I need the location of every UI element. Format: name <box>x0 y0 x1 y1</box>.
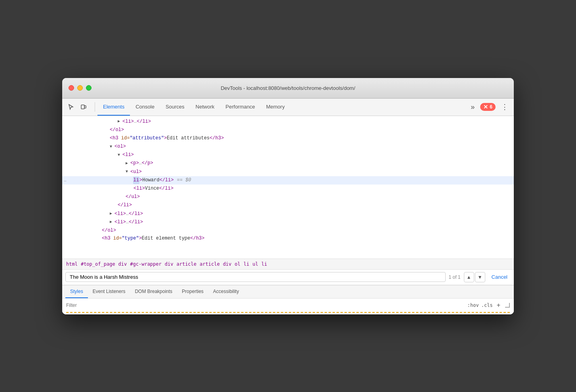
titlebar: DevTools - localhost:8080/web/tools/chro… <box>62 78 514 99</box>
expand-icon[interactable]: ▶ <box>110 219 114 225</box>
tab-sources[interactable]: Sources <box>160 98 190 116</box>
resize-handle[interactable] <box>505 303 510 308</box>
search-count: 1 of 1 <box>449 274 461 280</box>
cls-label[interactable]: .cls <box>481 303 493 308</box>
toolbar-divider <box>95 102 95 112</box>
filter-input[interactable] <box>66 303 464 308</box>
dom-line[interactable]: ▶ <li>…</li> <box>62 218 514 226</box>
tab-memory[interactable]: Memory <box>261 98 290 116</box>
maximize-button[interactable] <box>86 85 92 91</box>
panel-tab-properties[interactable]: Properties <box>177 285 208 298</box>
dom-panel[interactable]: ▶ <li>…</li> </ol> <h3 id="attributes">E… <box>62 116 514 259</box>
main-content: ▶ <li>…</li> </ol> <h3 id="attributes">E… <box>62 116 514 314</box>
breadcrumb-html[interactable]: html <box>66 261 78 267</box>
breadcrumb-top-of-page[interactable]: #top_of_page <box>81 261 115 267</box>
breadcrumb-ol[interactable]: ol <box>235 261 240 267</box>
svg-rect-0 <box>81 105 84 109</box>
bottom-panel: Styles Event Listeners DOM Breakpoints P… <box>62 285 514 314</box>
error-icon: ✕ <box>483 104 488 110</box>
kebab-menu-button[interactable]: ⋮ <box>499 101 511 113</box>
panel-tab-event-listeners[interactable]: Event Listeners <box>88 285 130 298</box>
panel-tabs: Styles Event Listeners DOM Breakpoints P… <box>62 285 514 299</box>
dom-line[interactable]: </ol> <box>62 126 514 134</box>
breadcrumb-li-1[interactable]: li <box>244 261 249 267</box>
ellipsis: … <box>64 177 67 184</box>
styles-panel: :hov .cls + <box>62 299 514 312</box>
tab-console[interactable]: Console <box>130 98 160 116</box>
expand-icon[interactable]: ▶ <box>126 160 130 167</box>
collapse-icon[interactable]: ▼ <box>118 152 122 158</box>
breadcrumb-ul[interactable]: ul <box>252 261 258 267</box>
minimize-button[interactable] <box>77 85 83 91</box>
dom-line[interactable]: ▼ <ul> <box>62 168 514 176</box>
expand-icon[interactable]: ▶ <box>110 211 114 217</box>
panel-tab-dom-breakpoints[interactable]: DOM Breakpoints <box>130 285 177 298</box>
window-title: DevTools - localhost:8080/web/tools/chro… <box>221 85 355 91</box>
expand-icon[interactable]: ▶ <box>118 118 122 125</box>
breadcrumb-article-2[interactable]: article <box>200 261 220 267</box>
panel-tab-accessibility[interactable]: Accessibility <box>208 285 244 298</box>
search-cancel-button[interactable]: Cancel <box>488 272 511 282</box>
search-next-button[interactable]: ▼ <box>475 272 485 282</box>
devtools-window: DevTools - localhost:8080/web/tools/chro… <box>62 78 514 314</box>
select-element-button[interactable] <box>65 101 76 112</box>
cursor-icon <box>68 104 74 110</box>
toolbar: Elements Console Sources Network Perform… <box>62 99 514 116</box>
panel-tab-styles[interactable]: Styles <box>65 285 88 298</box>
search-navigation: ▲ ▼ <box>464 272 485 282</box>
dom-line[interactable]: ▶ <li>…</li> <box>62 118 514 126</box>
breadcrumb-bar: html #top_of_page div #gc-wrapper div ar… <box>62 259 514 270</box>
close-button[interactable] <box>69 85 74 91</box>
dom-line[interactable]: ▶ <li>…</li> <box>62 210 514 218</box>
breadcrumb-li-2[interactable]: li <box>261 261 267 267</box>
dom-line[interactable]: ▼ <li> <box>62 151 514 159</box>
dom-line[interactable]: </ol> <box>62 226 514 235</box>
collapse-icon[interactable]: ▼ <box>110 144 114 150</box>
dom-line[interactable]: ▼ <ol> <box>62 143 514 151</box>
dom-line[interactable]: </ul> <box>62 193 514 201</box>
dom-line[interactable]: ▶ <p>…</p> <box>62 159 514 167</box>
breadcrumb-gc-wrapper[interactable]: #gc-wrapper <box>130 261 161 267</box>
tab-performance[interactable]: Performance <box>220 98 260 116</box>
dom-line[interactable]: <h3 id="attributes">Edit attributes</h3> <box>62 134 514 143</box>
breadcrumb-div-2[interactable]: div <box>165 261 174 267</box>
tab-network[interactable]: Network <box>190 98 220 116</box>
main-tabs: Elements Console Sources Network Perform… <box>97 98 468 116</box>
search-input[interactable] <box>65 272 446 282</box>
more-tabs-button[interactable]: » <box>468 101 477 113</box>
device-mode-button[interactable] <box>78 101 89 112</box>
error-badge: ✕ 6 <box>480 103 496 111</box>
add-style-button[interactable]: + <box>495 302 502 309</box>
dom-line[interactable]: <li>Vince</li> <box>62 185 514 193</box>
styles-content <box>62 312 514 314</box>
dom-line[interactable]: </li> <box>62 201 514 209</box>
traffic-lights <box>69 85 92 91</box>
collapse-icon[interactable]: ▼ <box>126 169 130 175</box>
dashed-border-indicator <box>66 312 510 313</box>
styles-actions: :hov .cls + <box>467 302 502 309</box>
svg-rect-1 <box>84 106 86 108</box>
toolbar-icons <box>65 101 89 112</box>
search-prev-button[interactable]: ▲ <box>464 272 474 282</box>
tab-elements[interactable]: Elements <box>97 98 130 116</box>
breadcrumb-article-1[interactable]: article <box>176 261 196 267</box>
device-icon <box>80 104 87 110</box>
breadcrumb-div-3[interactable]: div <box>223 261 232 267</box>
breadcrumb-div-1[interactable]: div <box>118 261 127 267</box>
dom-line[interactable]: <h3 id="type">Edit element type</h3> <box>62 235 514 242</box>
dom-line-selected[interactable]: … li>Howard</li> == $0 <box>62 176 514 185</box>
hov-label[interactable]: :hov <box>467 303 479 308</box>
error-count: 6 <box>490 104 492 110</box>
search-bar: 1 of 1 ▲ ▼ Cancel <box>62 270 514 285</box>
toolbar-right: » ✕ 6 ⋮ <box>468 101 511 113</box>
